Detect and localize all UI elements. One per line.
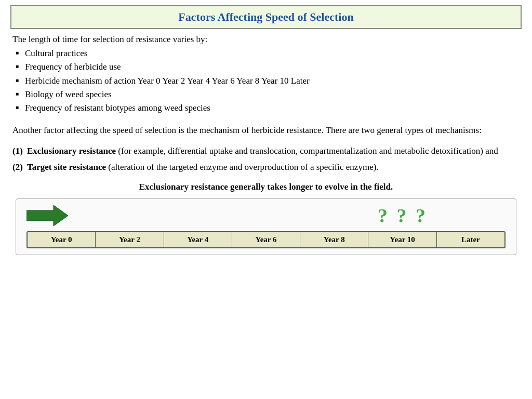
- year-cell-6: Year 6: [232, 232, 300, 247]
- year-cell-4: Year 4: [164, 232, 232, 247]
- year-cell-8: Year 8: [300, 232, 368, 247]
- arrow-row: ? ? ?: [26, 204, 506, 227]
- mechanism-2: (2) Target site resistance (alteration o…: [12, 160, 520, 174]
- svg-marker-0: [26, 205, 68, 226]
- paragraph1: Another factor affecting the speed of se…: [12, 124, 520, 137]
- question-marks: ? ? ?: [378, 204, 428, 227]
- bullet-item-5: Frequency of resistant biotypes among we…: [16, 101, 522, 115]
- year-cell-2: Year 2: [96, 232, 164, 247]
- bullet-list: Cultural practices Frequency of herbicid…: [16, 47, 522, 115]
- mechanism1-text: Exclusionary resistance (for example, di…: [27, 144, 498, 158]
- slide-title: Factors Affecting Speed of Selection: [178, 10, 353, 23]
- timeline-section: ? ? ? Year 0 Year 2 Year 4 Year 6 Year 8…: [16, 198, 516, 255]
- year-cell-0: Year 0: [28, 232, 96, 247]
- title-box: Factors Affecting Speed of Selection: [10, 5, 522, 29]
- mechanism2-text: Target site resistance (alteration of th…: [27, 160, 379, 174]
- year-bar: Year 0 Year 2 Year 4 Year 6 Year 8 Year …: [26, 231, 506, 248]
- mechanism1-num: (1): [12, 144, 27, 158]
- bullet-item-3: Herbicide mechanism of action Year 0 Yea…: [16, 74, 522, 88]
- slide-container: Factors Affecting Speed of Selection The…: [0, 0, 532, 399]
- green-arrow-icon: [26, 204, 68, 227]
- mechanism2-rest: (alteration of the targeted enzyme and o…: [106, 162, 379, 172]
- bullet-item-1: Cultural practices: [16, 47, 522, 60]
- mechanism-1: (1) Exclusionary resistance (for example…: [12, 144, 520, 158]
- mechanism2-bold: Target site resistance: [27, 162, 106, 172]
- mechanism-section: (1) Exclusionary resistance (for example…: [12, 144, 520, 176]
- year-cell-10: Year 10: [368, 232, 436, 247]
- mechanism2-num: (2): [12, 160, 27, 174]
- bullet-item-4: Biology of weed species: [16, 88, 522, 101]
- intro-text: The length of time for selection of resi…: [12, 34, 522, 45]
- year-cell-later: Later: [437, 232, 504, 247]
- bullet-item-2: Frequency of herbicide use: [16, 60, 522, 74]
- mechanism1-rest: (for example, differential uptake and tr…: [116, 146, 498, 156]
- emphasis-text: Exclusionary resistance generally takes …: [10, 182, 522, 192]
- mechanism1-bold: Exclusionary resistance: [27, 146, 116, 156]
